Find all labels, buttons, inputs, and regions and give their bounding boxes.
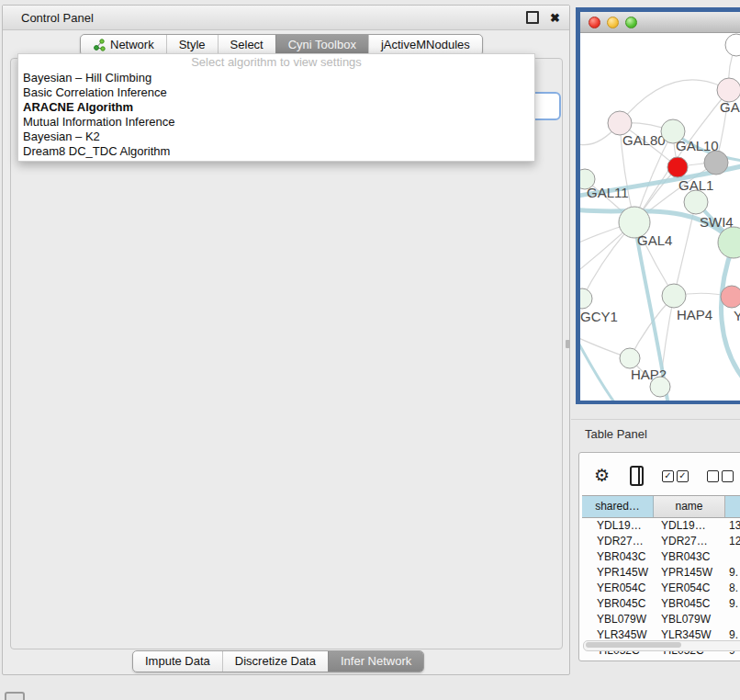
- table-row[interactable]: YBR043CYBR043C: [582, 549, 740, 565]
- network-icon: [93, 39, 106, 51]
- table-panel-window: ⚙ ✓ ✓ shared… name YDL19…YDL19…13 YDR27……: [578, 452, 740, 661]
- tab-infer-network[interactable]: Infer Network: [328, 651, 423, 672]
- table-row[interactable]: YER054CYER054C8.: [582, 581, 740, 596]
- algorithm-dropdown-prompt: Select algorithm to view settings: [18, 54, 534, 71]
- tab-style-label: Style: [179, 35, 206, 55]
- tab-style[interactable]: Style: [166, 35, 218, 55]
- zoom-traffic-light-icon[interactable]: [625, 17, 637, 28]
- table-toolbar: ⚙ ✓ ✓: [579, 460, 740, 491]
- columns-icon[interactable]: [630, 466, 644, 486]
- algorithm-option-selected[interactable]: ARACNE Algorithm: [18, 100, 534, 115]
- table-row[interactable]: YDL19…YDL19…13: [582, 518, 740, 534]
- table-panel-divider: [571, 419, 740, 420]
- tab-network[interactable]: Network: [81, 35, 166, 55]
- tab-select-label: Select: [230, 35, 263, 55]
- close-traffic-light-icon[interactable]: [589, 17, 600, 28]
- table-row[interactable]: YBL079WYBL079W: [582, 612, 740, 627]
- screen: Control Panel ✖ Network Style Se: [0, 0, 740, 700]
- algorithm-option[interactable]: Bayesian – Hill Climbing: [18, 71, 534, 85]
- network-graph: GALGAL80GAL10GAL1GAL11SWI4GAL4GCY1HAP4YH…: [580, 33, 740, 401]
- network-node-label: HAP4: [677, 307, 712, 322]
- table-panel-title: Table Panel: [585, 427, 647, 441]
- algorithm-option[interactable]: Basic Correlation Inference: [18, 85, 534, 100]
- algorithm-dropdown-popup: Select algorithm to view settings Bayesi…: [17, 53, 535, 162]
- control-panel-title: Control Panel: [21, 11, 94, 25]
- tab-cyni-toolbox[interactable]: Cyni Toolbox: [275, 35, 368, 55]
- network-node-label: Y: [734, 308, 740, 323]
- control-panel-titlebar: Control Panel ✖: [3, 6, 569, 30]
- network-node-label: GAL: [720, 99, 740, 115]
- tab-jactivemnodules-label: jActiveMNodules: [381, 35, 470, 55]
- float-window-icon[interactable]: [526, 11, 539, 24]
- network-node-label: GAL4: [637, 232, 672, 248]
- table-horizontal-scrollbar[interactable]: [583, 640, 740, 651]
- network-edge-highlighted[interactable]: [580, 333, 617, 401]
- node-table: shared… name YDL19…YDL19…13 YDR27…YDR27……: [582, 495, 740, 659]
- network-view-window: GALGAL80GAL10GAL1GAL11SWI4GAL4GCY1HAP4YH…: [576, 7, 740, 404]
- tab-cyni-toolbox-label: Cyni Toolbox: [288, 35, 356, 55]
- network-node-HAP4[interactable]: [662, 284, 686, 308]
- unchecked-box-icon: [722, 470, 734, 482]
- table-scrollbar-thumb[interactable]: [586, 642, 681, 648]
- network-edge[interactable]: [620, 80, 729, 123]
- minimize-traffic-light-icon[interactable]: [607, 17, 619, 28]
- network-window-titlebar: [580, 12, 740, 33]
- network-node-label: GCY1: [580, 309, 618, 324]
- table-row[interactable]: YPR145WYPR145W9.: [582, 565, 740, 581]
- deselect-all-checkboxes-icon[interactable]: [707, 470, 734, 482]
- network-node-SWI4[interactable]: [684, 190, 708, 214]
- collapsed-panel-icon[interactable]: [5, 692, 25, 700]
- checked-box-icon: ✓: [677, 470, 689, 482]
- network-canvas[interactable]: GALGAL80GAL10GAL1GAL11SWI4GAL4GCY1HAP4YH…: [580, 33, 740, 401]
- table-row[interactable]: YBR045CYBR045C9.: [582, 596, 740, 612]
- network-node-label: GAL11: [587, 185, 629, 200]
- tab-infer-network-label: Infer Network: [341, 651, 411, 672]
- column-header-name[interactable]: name: [654, 496, 725, 517]
- control-panel-window: Control Panel ✖ Network Style Se: [2, 5, 570, 675]
- tab-discretize-data-label: Discretize Data: [235, 651, 316, 672]
- select-all-checkboxes-icon[interactable]: ✓ ✓: [662, 470, 689, 482]
- network-node-HAP2[interactable]: [620, 348, 640, 368]
- network-node[interactable]: [725, 34, 740, 56]
- tab-impute-data-label: Impute Data: [145, 651, 210, 672]
- network-node-GAL1[interactable]: [667, 157, 688, 177]
- column-header-shared[interactable]: shared…: [582, 496, 654, 517]
- table-row[interactable]: YDR27…YDR27…12: [582, 534, 740, 549]
- unchecked-box-icon: [707, 470, 719, 482]
- algorithm-option[interactable]: Dream8 DC_TDC Algorithm: [18, 144, 534, 159]
- checked-box-icon: ✓: [662, 470, 674, 482]
- panel-resize-handle[interactable]: [566, 340, 570, 348]
- bottom-tabbar: Impute Data Discretize Data Infer Networ…: [132, 650, 424, 672]
- tab-select[interactable]: Select: [218, 35, 275, 55]
- algorithm-option[interactable]: Mutual Information Inference: [18, 115, 534, 130]
- tab-network-label: Network: [110, 35, 154, 55]
- tab-discretize-data[interactable]: Discretize Data: [222, 651, 328, 672]
- network-node-Y[interactable]: [721, 286, 740, 308]
- column-header-partial[interactable]: [725, 496, 740, 517]
- gear-icon[interactable]: ⚙: [594, 467, 610, 485]
- table-header-row: shared… name: [582, 495, 740, 518]
- algorithm-option[interactable]: Bayesian – K2: [18, 130, 534, 144]
- network-node-label: SWI4: [700, 214, 734, 230]
- network-node-GCY1[interactable]: [580, 288, 592, 309]
- tab-jactivemnodules[interactable]: jActiveMNodules: [368, 35, 482, 55]
- network-node[interactable]: [704, 151, 728, 175]
- network-node-label: GAL80: [622, 132, 666, 148]
- tab-impute-data[interactable]: Impute Data: [133, 651, 222, 672]
- close-icon[interactable]: ✖: [550, 12, 560, 24]
- network-node[interactable]: [650, 377, 670, 397]
